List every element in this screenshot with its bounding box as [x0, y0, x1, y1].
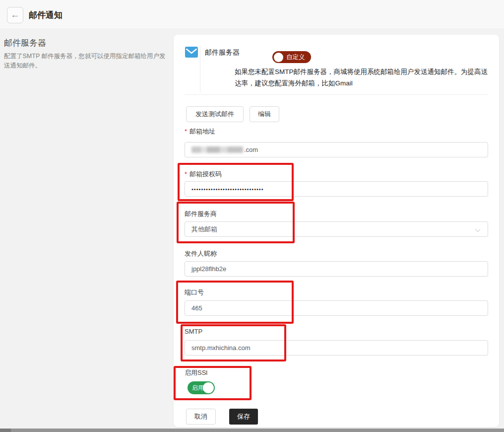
badge-label: 自定义	[286, 53, 305, 62]
edit-button[interactable]: 编辑	[250, 106, 279, 122]
header-divider	[185, 94, 488, 95]
card-description: 如果您未配置SMTP邮件服务器，商城将使用系统邮箱给用户发送通知邮件。为提高送达…	[235, 67, 493, 89]
card-title: 邮件服务器	[205, 48, 240, 57]
email-address-label: *邮箱地址	[185, 127, 215, 136]
page-title: 邮件通知	[29, 9, 63, 21]
redacted-email-blur	[191, 146, 243, 153]
email-suffix: .com	[244, 146, 258, 153]
horizontal-scrollbar[interactable]	[0, 429, 504, 432]
sidebar-section-description: 配置了SMTP 邮件服务器，您就可以使用指定邮箱给用户发送通知邮件。	[4, 52, 170, 71]
toggle-knob	[274, 53, 283, 62]
ssl-toggle-knob	[203, 382, 214, 393]
sidebar-section-heading: 邮件服务器	[4, 37, 46, 49]
ssl-toggle[interactable]: 启用	[188, 381, 215, 394]
provider-label: 邮件服务商	[185, 210, 217, 218]
required-mark: *	[185, 170, 187, 178]
email-address-input[interactable]: .com	[185, 142, 488, 157]
scrollbar-track-edge	[0, 429, 11, 432]
send-test-mail-button[interactable]: 发送测试邮件	[186, 106, 244, 122]
arrow-left-icon: ←	[10, 9, 20, 20]
top-bar	[0, 0, 504, 28]
mail-server-card: 邮件服务器 自定义 如果您未配置SMTP邮件服务器，商城将使用系统邮箱给用户发送…	[174, 35, 499, 427]
header-vertical-divider	[200, 46, 200, 93]
required-mark: *	[185, 128, 187, 135]
nickname-label: 发件人昵称	[185, 249, 217, 258]
password-dots: ••••••••••••••••••••••••••••••	[191, 186, 264, 192]
provider-select[interactable]: 其他邮箱	[185, 221, 488, 237]
ssl-toggle-text: 启用	[192, 384, 204, 392]
smtp-input[interactable]	[185, 340, 488, 356]
port-label: 端口号	[185, 288, 204, 297]
provider-selected-value: 其他邮箱	[191, 225, 217, 234]
back-button[interactable]: ←	[7, 7, 23, 23]
email-notification-page: ← 邮件通知 邮件服务器 配置了SMTP 邮件服务器，您就可以使用指定邮箱给用户…	[0, 0, 504, 432]
smtp-label: SMTP	[185, 328, 202, 335]
cancel-button[interactable]: 取消	[186, 409, 216, 425]
custom-mode-toggle-badge[interactable]: 自定义	[272, 51, 311, 63]
ssl-label: 启用SSl	[185, 368, 207, 377]
nickname-input[interactable]	[185, 261, 488, 277]
chevron-down-icon	[475, 227, 481, 232]
save-button[interactable]: 保存	[229, 409, 258, 425]
port-input[interactable]	[185, 300, 488, 316]
auth-code-label: *邮箱授权码	[185, 170, 222, 179]
envelope-icon	[185, 47, 198, 60]
auth-code-input[interactable]: ••••••••••••••••••••••••••••••	[185, 181, 488, 197]
